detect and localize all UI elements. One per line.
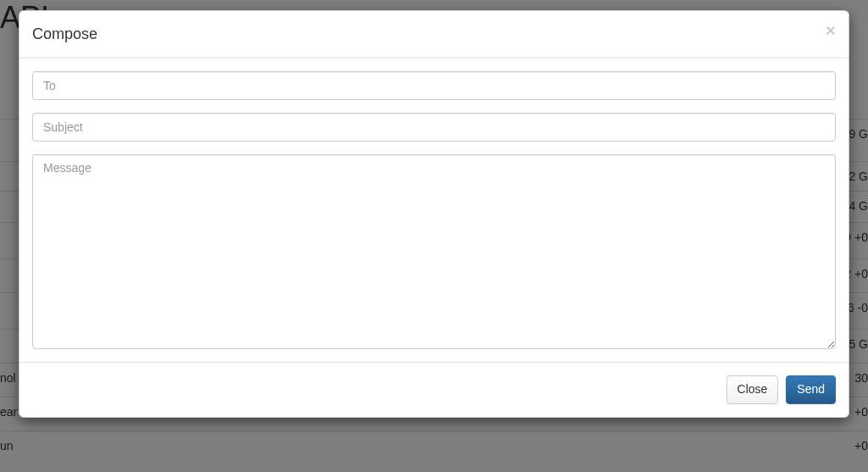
modal-title: Compose: [32, 24, 836, 45]
modal-header: Compose ×: [19, 11, 849, 58]
compose-modal: Compose × Close Send: [19, 10, 849, 418]
subject-field[interactable]: [32, 113, 836, 142]
modal-footer: Close Send: [19, 362, 849, 417]
modal-backdrop[interactable]: Compose × Close Send: [0, 0, 868, 472]
close-icon[interactable]: ×: [826, 21, 836, 39]
close-button[interactable]: Close: [726, 375, 779, 404]
to-field[interactable]: [32, 71, 836, 100]
modal-body: [19, 58, 849, 362]
send-button[interactable]: Send: [786, 375, 836, 404]
message-field[interactable]: [32, 154, 836, 349]
